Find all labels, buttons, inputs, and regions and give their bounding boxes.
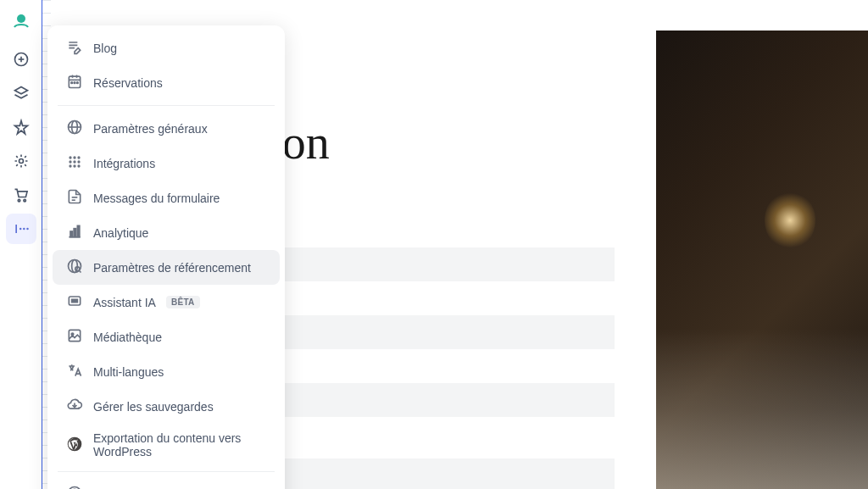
help-icon xyxy=(66,485,83,489)
menu-item-media[interactable]: Médiathèque xyxy=(53,320,280,354)
menu-label: Analytique xyxy=(93,226,148,240)
layers-button[interactable] xyxy=(6,78,36,108)
menu-label: Messages du formulaire xyxy=(93,192,220,205)
svg-rect-36 xyxy=(77,225,80,236)
document-icon xyxy=(66,188,83,208)
svg-point-7 xyxy=(23,199,25,202)
beta-badge: BÊTA xyxy=(166,296,200,308)
menu-label: Paramètres de référencement xyxy=(93,261,251,275)
svg-point-22 xyxy=(69,156,71,158)
menu-item-form-messages[interactable]: Messages du formulaire xyxy=(53,181,280,215)
svg-point-18 xyxy=(77,82,79,84)
menu-separator xyxy=(58,471,275,472)
hero-image[interactable] xyxy=(656,31,868,489)
svg-point-24 xyxy=(77,156,80,158)
menu-item-ai-assistant[interactable]: Assistant IA BÊTA xyxy=(53,285,280,320)
menu-item-backups[interactable]: Gérer les sauvegardes xyxy=(53,389,280,424)
cloud-icon xyxy=(66,397,83,416)
svg-point-26 xyxy=(73,160,75,163)
svg-point-29 xyxy=(73,164,75,167)
brand-logo[interactable] xyxy=(9,10,33,34)
menu-separator xyxy=(58,105,275,106)
svg-point-23 xyxy=(73,156,75,158)
image-icon xyxy=(66,327,83,347)
svg-point-10 xyxy=(23,228,25,231)
menu-item-analytics[interactable]: Analytique xyxy=(53,215,280,250)
wordpress-icon xyxy=(66,436,83,455)
grid-icon xyxy=(66,153,83,173)
more-menu-popup: Blog Réservations Paramètres généraux In… xyxy=(47,25,285,489)
svg-point-17 xyxy=(74,82,75,84)
menu-item-wordpress-export[interactable]: Exportation du contenu vers WordPress xyxy=(53,424,280,466)
svg-point-25 xyxy=(69,160,71,163)
chart-icon xyxy=(66,223,83,242)
menu-label: Exportation du contenu vers WordPress xyxy=(93,431,266,458)
svg-point-5 xyxy=(19,159,23,164)
svg-rect-35 xyxy=(74,229,76,237)
menu-label: Réservations xyxy=(93,76,163,90)
svg-point-9 xyxy=(19,228,21,231)
translate-icon xyxy=(66,362,83,381)
svg-point-30 xyxy=(77,164,80,167)
svg-rect-34 xyxy=(70,231,73,237)
menu-label: Médiathèque xyxy=(93,331,162,344)
menu-item-multilang[interactable]: Multi-langues xyxy=(53,354,280,389)
menu-label: Gérer les sauvegardes xyxy=(93,400,214,414)
svg-point-27 xyxy=(77,160,80,163)
menu-label: Multi-langues xyxy=(93,365,164,379)
menu-item-general-settings[interactable]: Paramètres généraux xyxy=(53,111,280,146)
menu-item-integrations[interactable]: Intégrations xyxy=(53,146,280,181)
menu-item-blog[interactable]: Blog xyxy=(53,31,280,65)
seo-icon xyxy=(66,258,83,277)
menu-label: Assistant IA xyxy=(93,296,156,309)
svg-point-16 xyxy=(71,82,73,84)
assistant-icon xyxy=(66,292,83,312)
menu-label: Blog xyxy=(93,42,117,55)
globe-icon xyxy=(66,119,83,138)
commerce-button[interactable] xyxy=(6,180,36,210)
svg-point-6 xyxy=(18,199,20,202)
svg-rect-8 xyxy=(15,225,17,233)
sidebar-rail xyxy=(0,0,42,489)
svg-point-28 xyxy=(69,164,71,167)
calendar-icon xyxy=(66,73,83,92)
menu-item-seo[interactable]: Paramètres de référencement xyxy=(53,250,280,285)
menu-item-help[interactable]: Aide et ressources xyxy=(53,477,280,489)
app-root: Make a reservation ss ge Blog Réservatio… xyxy=(0,0,868,489)
menu-label: Intégrations xyxy=(93,157,155,170)
more-button[interactable] xyxy=(6,214,36,244)
menu-item-reservations[interactable]: Réservations xyxy=(53,65,280,100)
svg-line-40 xyxy=(79,270,81,273)
svg-rect-42 xyxy=(72,299,78,302)
ai-button[interactable] xyxy=(6,146,36,176)
svg-point-0 xyxy=(17,14,25,23)
add-button[interactable] xyxy=(6,44,36,75)
svg-point-11 xyxy=(26,228,29,231)
design-button[interactable] xyxy=(6,112,36,142)
svg-marker-4 xyxy=(14,87,27,94)
edit-icon xyxy=(66,38,83,58)
menu-label: Paramètres généraux xyxy=(93,122,208,136)
